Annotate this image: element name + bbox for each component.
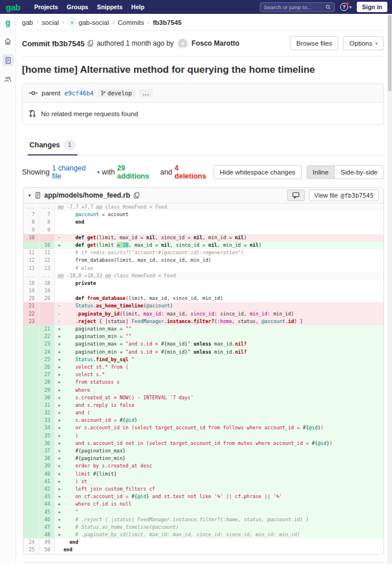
hide-whitespace-button[interactable]: Hide whitespace changes [214,165,302,179]
old-line-number[interactable] [24,394,39,402]
new-line-number[interactable]: 46 [39,516,55,524]
new-line-number[interactable]: 12 [39,257,55,264]
old-line-number[interactable] [24,325,39,333]
old-line-number[interactable] [24,440,39,447]
new-line-number[interactable]: 35 [39,432,55,440]
new-line-number[interactable] [39,302,55,310]
help-menu[interactable]: ? ▾ [340,3,352,11]
new-line-number[interactable]: 32 [39,409,55,417]
breadcrumb-item-gab[interactable]: gab [22,19,33,26]
new-line-number[interactable]: 21 [39,325,55,333]
old-line-number[interactable] [24,478,39,485]
new-line-number[interactable]: 25 [39,356,55,363]
new-line-number[interactable]: 39 [39,462,55,470]
old-line-number[interactable]: 7 [24,211,39,218]
old-line-number[interactable]: 24 [24,539,39,546]
old-line-number[interactable] [24,356,39,363]
old-line-number[interactable] [24,470,39,478]
old-line-number[interactable]: 18 [24,280,39,287]
breadcrumb-item-social[interactable]: social [42,19,59,26]
new-line-number[interactable]: 50 [39,546,55,554]
old-line-number[interactable] [24,363,39,371]
new-line-number[interactable]: 7 [39,211,55,218]
old-line-number[interactable] [24,524,39,531]
new-line-number[interactable]: 9 [39,227,55,234]
new-line-number[interactable]: 41 [39,478,55,485]
new-line-number[interactable]: 18 [39,280,55,287]
sidebar-item-repository[interactable] [2,54,14,66]
new-line-number[interactable]: 10 [39,242,55,249]
old-line-number[interactable] [24,516,39,524]
old-line-number[interactable] [24,455,39,462]
new-line-number[interactable]: 48 [39,531,55,539]
new-line-number[interactable]: 24 [39,348,55,356]
old-line-number[interactable] [24,462,39,470]
comment-button[interactable] [287,190,305,201]
new-line-number[interactable]: 30 [39,394,55,402]
new-line-number[interactable]: 33 [39,417,55,424]
copy-path-icon[interactable] [133,192,140,199]
new-line-number[interactable]: 42 [39,485,55,493]
old-line-number[interactable]: 11 [24,249,39,257]
new-line-number[interactable]: 47 [39,524,55,531]
old-line-number[interactable]: 12 [24,257,39,264]
new-line-number[interactable]: 38 [39,455,55,462]
tab-changes[interactable]: Changes 1 [28,134,77,155]
sign-in-button[interactable]: Sign in [357,2,387,12]
old-line-number[interactable]: 9 [24,227,39,234]
sidebar-item-home[interactable] [2,35,14,47]
nav-item-help[interactable]: Help [131,3,144,10]
new-line-number[interactable]: 8 [39,218,55,226]
sidebar-item-members[interactable] [2,73,14,85]
old-line-number[interactable]: 21 [24,302,39,310]
search-input[interactable]: Search or jump to... [260,2,335,12]
branch-pill[interactable]: develop [98,89,135,97]
old-line-number[interactable]: 23 [24,318,39,325]
new-line-number[interactable]: 43 [39,493,55,500]
inline-view-button[interactable]: Inline [307,165,335,179]
old-line-number[interactable] [24,500,39,508]
old-line-number[interactable] [24,387,39,394]
old-line-number[interactable] [24,402,39,409]
old-line-number[interactable] [24,417,39,424]
collapse-chevron-icon[interactable]: ▾ [28,192,31,198]
old-line-number[interactable] [24,333,39,340]
old-line-number[interactable] [24,340,39,348]
old-line-number[interactable] [24,348,39,356]
new-line-number[interactable]: 34 [39,424,55,432]
old-line-number[interactable]: 25 [24,546,39,554]
old-line-number[interactable] [24,531,39,539]
old-line-number[interactable] [24,409,39,417]
new-line-number[interactable]: 28 [39,379,55,386]
browse-files-button[interactable]: Browse files [290,36,338,50]
old-line-number[interactable]: 19 [24,287,39,295]
project-logo[interactable]: g [2,17,13,28]
old-line-number[interactable] [24,447,39,455]
file-path[interactable]: app/models/home_feed.rb [44,191,130,199]
old-line-number[interactable] [24,485,39,493]
old-line-number[interactable] [24,509,39,516]
side-by-side-view-button[interactable]: Side-by-side [334,165,384,179]
breadcrumb-item-commits[interactable]: Commits [118,19,144,26]
old-line-number[interactable] [24,242,39,249]
new-line-number[interactable]: 20 [39,295,55,302]
gab-logo[interactable]: gab [6,3,20,12]
nav-item-snippets[interactable]: Snippets [97,3,122,10]
new-line-number[interactable]: 36 [39,440,55,447]
new-line-number[interactable]: 31 [39,402,55,409]
old-line-number[interactable]: 20 [24,295,39,302]
old-line-number[interactable]: 13 [24,265,39,272]
copy-sha-icon[interactable] [87,40,94,47]
new-line-number[interactable]: 13 [39,265,55,272]
options-button[interactable]: Options ▾ [343,36,384,50]
author-name[interactable]: Fosco Marotto [192,39,240,47]
changed-file-dropdown[interactable]: 1 changed file ▾ [52,164,100,180]
old-line-number[interactable] [24,432,39,440]
new-line-number[interactable]: 29 [39,387,55,394]
new-line-number[interactable] [39,318,55,325]
old-line-number[interactable]: 22 [24,310,39,318]
new-line-number[interactable]: 11 [39,249,55,257]
old-line-number[interactable]: 10 [24,234,39,242]
old-line-number[interactable] [24,493,39,500]
old-line-number[interactable] [24,424,39,432]
